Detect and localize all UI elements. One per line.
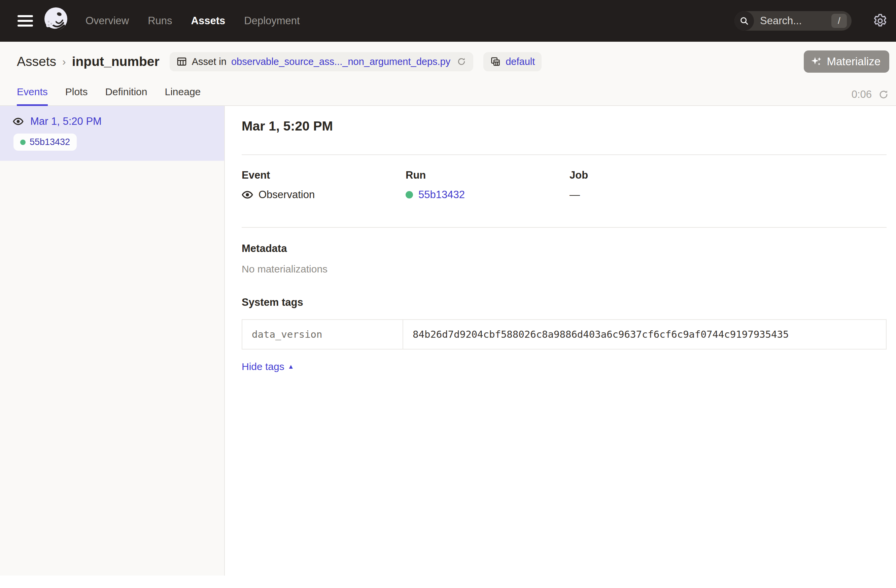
run-tag[interactable]: 55b13432 xyxy=(14,134,77,151)
run-column-label: Run xyxy=(405,169,570,181)
job-value: — xyxy=(570,189,580,201)
search-input[interactable] xyxy=(754,15,831,27)
job-column-label: Job xyxy=(570,169,733,181)
nav-item-overview[interactable]: Overview xyxy=(85,15,129,27)
refresh-countdown: 0:06 xyxy=(852,88,872,100)
dagster-logo-icon[interactable] xyxy=(42,3,71,38)
search-shortcut-key: / xyxy=(831,14,847,28)
breadcrumb-assets-link[interactable]: Assets xyxy=(17,54,56,69)
page-title: input_number xyxy=(72,54,160,69)
nav-item-runs[interactable]: Runs xyxy=(148,15,172,27)
metadata-empty-text: No materializations xyxy=(242,263,887,275)
asset-tabs: Events Plots Definition Lineage xyxy=(17,86,201,105)
run-id-link[interactable]: 55b13432 xyxy=(418,189,465,201)
search-box[interactable]: / xyxy=(734,11,852,30)
tab-definition[interactable]: Definition xyxy=(105,86,147,106)
tab-lineage[interactable]: Lineage xyxy=(165,86,201,106)
code-location-link[interactable]: default xyxy=(506,56,535,67)
breadcrumb-chevron-icon: › xyxy=(62,56,66,68)
event-detail-panel: Mar 1, 5:20 PM Event Observation Run xyxy=(225,106,896,576)
breadcrumb: Assets › input_number xyxy=(17,54,160,69)
table-grid-icon xyxy=(176,56,187,67)
system-tags-section-label: System tags xyxy=(242,296,887,308)
caret-up-icon: ▲ xyxy=(288,363,294,370)
code-location-badge: default xyxy=(483,52,542,71)
run-status-dot xyxy=(405,191,413,199)
system-tags-table: data_version 84b26d7d9204cbf588026c8a988… xyxy=(242,319,887,349)
asset-source-file-link[interactable]: observable_source_ass..._non_argument_de… xyxy=(231,56,450,67)
primary-nav: Overview Runs Assets Deployment xyxy=(85,15,300,27)
nav-item-deployment[interactable]: Deployment xyxy=(244,15,300,27)
observation-eye-icon xyxy=(13,116,24,127)
sparkles-icon xyxy=(811,56,822,67)
page-header: Assets › input_number Asset in observabl… xyxy=(0,42,896,106)
event-list-item[interactable]: Mar 1, 5:20 PM 55b13432 xyxy=(0,106,224,161)
tab-events[interactable]: Events xyxy=(17,86,48,106)
search-icon xyxy=(734,11,754,30)
top-nav: Overview Runs Assets Deployment / xyxy=(0,0,896,42)
observation-eye-icon xyxy=(242,189,253,201)
menu-icon[interactable] xyxy=(17,15,33,27)
asset-in-label: Asset in xyxy=(192,56,227,67)
asset-definition-badge: Asset in observable_source_ass..._non_ar… xyxy=(170,52,474,71)
tab-plots[interactable]: Plots xyxy=(65,86,88,106)
event-timestamp: Mar 1, 5:20 PM xyxy=(30,115,102,128)
reload-definition-icon[interactable] xyxy=(456,56,466,67)
run-status-dot xyxy=(20,140,26,145)
event-detail-title: Mar 1, 5:20 PM xyxy=(242,119,887,134)
nav-item-assets[interactable]: Assets xyxy=(191,15,226,27)
hide-tags-link[interactable]: Hide tags ▲ xyxy=(242,361,294,372)
tag-value-cell: 84b26d7d9204cbf588026c8a9886d403a6c9637c… xyxy=(403,320,886,349)
event-list-sidebar: Mar 1, 5:20 PM 55b13432 xyxy=(0,106,225,576)
event-type-value: Observation xyxy=(259,189,315,201)
event-column-label: Event xyxy=(242,169,405,181)
tag-key-cell: data_version xyxy=(242,320,403,349)
materialize-button[interactable]: Materialize xyxy=(804,50,889,73)
metadata-section-label: Metadata xyxy=(242,243,887,255)
stacked-grids-icon xyxy=(490,56,501,67)
refresh-icon[interactable] xyxy=(878,89,889,100)
settings-gear-icon[interactable] xyxy=(872,13,888,29)
